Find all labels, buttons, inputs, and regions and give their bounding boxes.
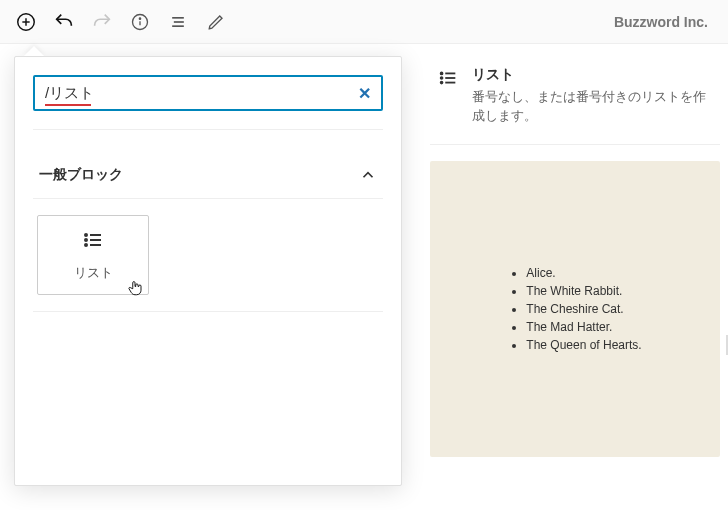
cursor-hand-icon	[126, 278, 144, 298]
svg-point-15	[441, 73, 443, 75]
undo-button[interactable]	[46, 4, 82, 40]
list-icon	[81, 228, 105, 252]
block-preview: Alice. The White Rabbit. The Cheshire Ca…	[430, 161, 720, 457]
panel-arrow	[24, 46, 44, 56]
svg-point-9	[85, 234, 87, 236]
svg-point-5	[139, 18, 140, 19]
block-search-input[interactable]	[45, 85, 358, 102]
info-title: リスト	[472, 66, 714, 84]
block-inserter-panel: ✕ 一般ブロック リスト	[14, 56, 402, 486]
undo-icon	[53, 11, 75, 33]
block-tile-list[interactable]: リスト	[37, 215, 149, 295]
add-block-button[interactable]	[8, 4, 44, 40]
info-description: 番号なし、または番号付きのリストを作成します。	[472, 88, 714, 126]
svg-point-11	[85, 239, 87, 241]
block-tile-label: リスト	[74, 264, 113, 282]
svg-point-19	[441, 82, 443, 84]
section-title: 一般ブロック	[39, 166, 123, 184]
preview-list: Alice. The White Rabbit. The Cheshire Ca…	[508, 264, 641, 354]
info-icon	[130, 12, 150, 32]
edit-button[interactable]	[198, 4, 234, 40]
info-text: リスト 番号なし、または番号付きのリストを作成します。	[472, 66, 714, 126]
section-header[interactable]: 一般ブロック	[33, 146, 383, 199]
panel-divider	[33, 129, 383, 130]
preview-inner: Alice. The White Rabbit. The Cheshire Ca…	[508, 264, 641, 354]
spellcheck-underline	[45, 104, 91, 106]
block-details-panel: リスト 番号なし、または番号付きのリストを作成します。 Alice. The W…	[430, 56, 720, 457]
redo-icon	[91, 11, 113, 33]
svg-point-13	[85, 244, 87, 246]
outline-icon	[168, 12, 188, 32]
redo-button[interactable]	[84, 4, 120, 40]
list-item: The Cheshire Cat.	[526, 300, 641, 318]
brand-label: Buzzword Inc.	[614, 14, 720, 30]
chevron-up-icon	[359, 166, 377, 184]
list-item: The Mad Hatter.	[526, 318, 641, 336]
info-button[interactable]	[122, 4, 158, 40]
search-wrap: ✕	[33, 75, 383, 111]
info-row: リスト 番号なし、または番号付きのリストを作成します。	[430, 56, 720, 145]
pencil-icon	[207, 13, 225, 31]
list-item: Alice.	[526, 264, 641, 282]
block-grid: リスト	[33, 199, 383, 312]
list-icon	[436, 66, 460, 90]
top-toolbar: Buzzword Inc.	[0, 0, 728, 44]
list-item: The White Rabbit.	[526, 282, 641, 300]
clear-search-button[interactable]: ✕	[358, 84, 371, 103]
svg-point-17	[441, 77, 443, 79]
list-item: The Queen of Hearts.	[526, 336, 641, 354]
plus-circle-icon	[15, 11, 37, 33]
outline-button[interactable]	[160, 4, 196, 40]
